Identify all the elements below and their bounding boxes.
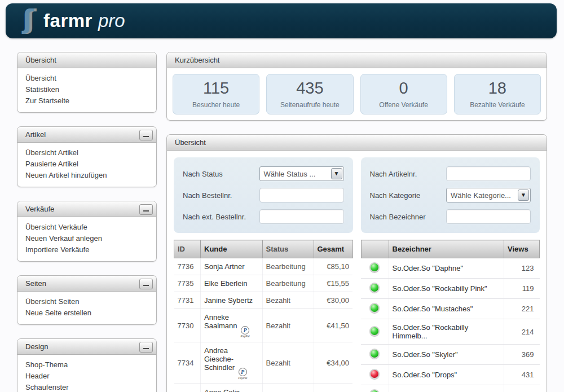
order-row[interactable]: 7736 Sonja ArtnerPPayPal Bearbeitung €85… <box>174 258 353 275</box>
article-name: So.Oder.So "Rockabilly Himmelb... <box>389 319 504 345</box>
article-name: So.Oder.So "Skyler" <box>389 345 504 365</box>
stat-box: 18 Bezahlte Verkäufe <box>454 74 541 114</box>
column-header-gesamt[interactable]: Gesamt <box>314 240 352 258</box>
panel-title: Übersicht <box>167 135 547 151</box>
column-header-kunde[interactable]: Kunde <box>201 240 263 258</box>
sidebar-item[interactable]: Header <box>25 371 148 382</box>
order-total: €34,00 <box>314 342 352 384</box>
order-status: Bearbeitung <box>262 275 314 292</box>
sidebar-item[interactable]: Neuen Verkauf anlegen <box>25 233 148 244</box>
brand-logo-icon: ʃ <box>23 8 33 30</box>
article-row[interactable]: So.Oder.So "Mustaches" 221 <box>361 299 540 319</box>
sidebar-item[interactable]: Pausierte Artikel <box>25 158 148 170</box>
stat-box: 115 Besucher heute <box>173 74 259 114</box>
chevron-down-icon[interactable]: ▼ <box>518 190 529 201</box>
sidebar-panel-design: Design Shop-ThemaHeaderSchaufensterSeite… <box>17 338 157 392</box>
status-dot-icon <box>369 262 380 272</box>
sidebar-item[interactable]: Shop-Thema <box>25 359 148 371</box>
main-content: Kurzübersicht 115 Besucher heute 435 Sei… <box>166 52 547 392</box>
order-total: €85,10 <box>314 258 352 275</box>
sidebar-item[interactable]: Statistiken <box>25 84 148 95</box>
orders-table: ID Kunde Status Gesamt 7736 <box>174 240 353 392</box>
article-row[interactable]: So.Oder.So "Daphne" 123 <box>361 258 540 279</box>
order-row[interactable]: 7731 Janine SybertzPPayPal Bezahlt €30,0… <box>174 292 353 309</box>
article-name: So.Oder.So "Mustaches" <box>389 299 504 319</box>
stat-box: 0 Offene Verkäufe <box>360 74 447 114</box>
order-row[interactable]: 7724 Anne ColicPPayPal Bezahlt €41,50 <box>174 384 353 392</box>
kategorie-select[interactable]: Wähle Kategorie... ▼ <box>446 188 531 202</box>
article-row[interactable]: So.Oder.So "Alisha" 665 <box>361 385 540 392</box>
stat-label: Seitenaufrufe heute <box>267 101 352 109</box>
minimize-icon[interactable] <box>139 342 153 353</box>
panel-title: Verkäufe <box>25 205 54 213</box>
status-dot-icon <box>369 389 380 392</box>
status-dot-icon <box>369 303 380 313</box>
minimize-icon[interactable] <box>139 279 153 289</box>
order-total: €30,00 <box>314 292 352 309</box>
sidebar-item[interactable]: Übersicht Verkäufe <box>25 222 148 233</box>
sidebar-panel-artikel: Artikel Übersicht ArtikelPausierte Artik… <box>17 126 157 187</box>
status-dot-icon <box>369 326 380 336</box>
chevron-down-icon[interactable]: ▼ <box>331 168 342 179</box>
article-row[interactable]: So.Oder.So "Skyler" 369 <box>361 345 540 365</box>
column-header-status[interactable]: Status <box>262 240 314 258</box>
article-views: 665 <box>504 385 540 392</box>
order-status: Bearbeitung <box>262 258 314 275</box>
minimize-icon[interactable] <box>139 204 153 215</box>
customer-name: Sonja Artner <box>204 262 245 271</box>
status-select[interactable]: Wähle Status ... ▼ <box>259 166 344 181</box>
order-status: Bezahlt <box>262 292 314 309</box>
order-id: 7734 <box>174 342 201 384</box>
order-row[interactable]: 7730 Anneke SaalmannPPayPal Bezahlt €41,… <box>174 309 353 342</box>
sidebar-item[interactable]: Übersicht Seiten <box>25 296 148 307</box>
sidebar-item[interactable]: Neuen Artikel hinzufügen <box>25 170 148 181</box>
column-header-state[interactable] <box>361 240 389 258</box>
column-header-views[interactable]: Views <box>504 240 540 258</box>
order-id: 7735 <box>174 275 201 292</box>
customer-name: Andrea Giesche-Schindler <box>204 346 235 372</box>
stat-label: Bezahlte Verkäufe <box>455 101 540 109</box>
filters: Nach Status Wähle Status ... ▼ Nach Best… <box>174 157 540 233</box>
ext-bestellnr-input[interactable] <box>259 209 344 224</box>
sidebar-item[interactable]: Übersicht Artikel <box>25 147 148 158</box>
panel-title: Kurzübersicht <box>167 52 547 68</box>
order-id: 7724 <box>174 384 201 392</box>
sidebar-item[interactable]: Importiere Verkäufe <box>25 244 148 256</box>
customer-name: Anne Colic <box>204 388 240 392</box>
article-row[interactable]: So.Oder.So "Rockabilly Himmelb... 214 <box>361 319 540 345</box>
article-name: So.Oder.So "Daphne" <box>389 258 504 279</box>
filter-label-bestellnr: Nach Bestellnr. <box>183 191 259 200</box>
order-total: €15,55 <box>314 275 352 292</box>
artikelnr-input[interactable] <box>446 166 531 181</box>
paypal-icon: PPayPal <box>241 326 250 338</box>
article-views: 431 <box>504 365 540 385</box>
status-dot-icon <box>369 369 380 379</box>
order-total: €41,50 <box>314 309 352 342</box>
order-row[interactable]: 7734 Andrea Giesche-SchindlerPPayPal Bez… <box>174 342 353 384</box>
order-status: Bezahlt <box>262 342 314 384</box>
order-row[interactable]: 7735 Elke EberleinPPayPal Bearbeitung €1… <box>174 275 353 292</box>
stat-value: 0 <box>361 79 447 98</box>
sidebar-item[interactable]: Übersicht <box>25 73 148 84</box>
column-header-id[interactable]: ID <box>174 240 201 258</box>
stat-value: 18 <box>455 79 540 98</box>
order-id: 7731 <box>174 292 201 309</box>
stat-label: Offene Verkäufe <box>361 101 447 109</box>
article-row[interactable]: So.Oder.So "Drops" 431 <box>361 365 540 385</box>
order-total: €41,50 <box>314 384 352 392</box>
bezeichner-input[interactable] <box>446 209 531 224</box>
brand-suffix: pro <box>98 10 125 32</box>
sidebar-panel-seiten: Seiten Übersicht SeitenNeue Seite erstel… <box>17 275 157 325</box>
sidebar-item[interactable]: Zur Startseite <box>25 95 148 107</box>
articles-table: Bezeichner Views So.Oder.So "Daphne" <box>361 240 540 392</box>
order-status: Bezahlt <box>262 309 314 342</box>
sidebar-item[interactable]: Neue Seite erstellen <box>25 307 148 319</box>
customer-name: Janine Sybertz <box>204 296 253 305</box>
article-views: 123 <box>504 258 540 279</box>
column-header-bezeichner[interactable]: Bezeichner <box>389 240 504 258</box>
bestellnr-input[interactable] <box>259 188 344 202</box>
filter-label-artikelnr: Nach Artikelnr. <box>370 170 447 178</box>
sidebar-item[interactable]: Schaufenster <box>25 382 148 392</box>
article-row[interactable]: So.Oder.So "Rockabilly Pink" 119 <box>361 279 540 299</box>
minimize-icon[interactable] <box>139 130 153 140</box>
